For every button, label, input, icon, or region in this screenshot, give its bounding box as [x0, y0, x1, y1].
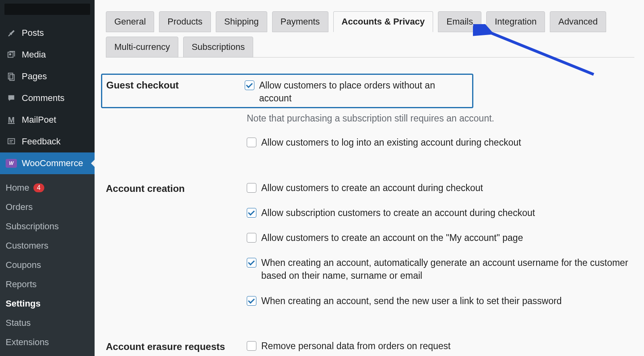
submenu-item-coupons[interactable]: Coupons	[0, 255, 95, 275]
svg-point-1	[9, 54, 11, 55]
sidebar-item-comments[interactable]: Comments	[0, 87, 95, 109]
submenu-item-status[interactable]: Status	[0, 313, 95, 333]
submenu-item-home[interactable]: Home 4	[0, 178, 95, 198]
sidebar-item-label: WooCommerce	[22, 158, 83, 169]
checkbox-label: When creating an account, send the new u…	[261, 294, 562, 307]
submenu-label: Status	[6, 318, 31, 328]
svg-rect-4	[8, 139, 15, 144]
sidebar-item-label: Posts	[22, 28, 44, 38]
sidebar-item-woocommerce[interactable]: W WooCommerce	[0, 152, 95, 174]
checkbox-create-account-checkout[interactable]	[247, 183, 256, 193]
submenu-item-extensions[interactable]: Extensions	[0, 333, 95, 352]
submenu-label: Customers	[6, 241, 48, 251]
guest-checkout-highlight: Guest checkout Allow customers to place …	[101, 74, 473, 108]
submenu-label: Subscriptions	[6, 221, 59, 232]
guest-checkout-note: Note that purchasing a subscription stil…	[247, 113, 634, 124]
checkbox-label: Allow customers to create an account on …	[261, 231, 523, 244]
checkbox-label: When creating an account, automatically …	[261, 256, 634, 282]
submenu-item-settings[interactable]: Settings	[0, 294, 95, 313]
submenu-item-subscriptions[interactable]: Subscriptions	[0, 217, 95, 236]
submenu-label: Reports	[6, 279, 37, 290]
checkbox-label: Allow customers to log into an existing …	[261, 136, 521, 149]
tab-payments[interactable]: Payments	[272, 11, 328, 32]
sidebar-item-label: Media	[22, 49, 46, 60]
tab-integration[interactable]: Integration	[486, 11, 545, 32]
mailpoet-icon: M	[6, 114, 17, 126]
checkbox-label: Allow customers to create an account dur…	[261, 181, 483, 194]
sidebar-menu: Posts Media Pages Comments M MailPoet Fe…	[0, 15, 95, 356]
tab-advanced[interactable]: Advanced	[550, 11, 606, 32]
sidebar-item-feedback[interactable]: Feedback	[0, 131, 95, 152]
submenu-label: Home	[6, 183, 29, 193]
sidebar-item-mailpoet[interactable]: M MailPoet	[0, 109, 95, 131]
checkbox-send-password-link[interactable]	[247, 296, 256, 306]
tab-label: Products	[167, 16, 202, 27]
checkbox-guest-place-orders[interactable]	[245, 80, 254, 90]
tab-multi-currency[interactable]: Multi-currency	[106, 37, 178, 58]
tab-label: Payments	[281, 16, 320, 27]
tab-accounts-privacy[interactable]: Accounts & Privacy	[333, 11, 433, 32]
pages-icon	[6, 71, 17, 82]
sidebar-item-label: MailPoet	[22, 115, 56, 125]
section-title-guest-checkout: Guest checkout	[106, 79, 245, 91]
svg-rect-2	[8, 73, 13, 79]
sidebar-item-pages[interactable]: Pages	[0, 66, 95, 87]
site-name-block	[4, 4, 90, 15]
tab-label: Advanced	[558, 16, 598, 27]
woocommerce-submenu: Home 4 Orders Subscriptions Customers Co…	[0, 174, 95, 356]
tab-emails[interactable]: Emails	[438, 11, 481, 32]
tab-shipping[interactable]: Shipping	[216, 11, 267, 32]
main-content: General Products Shipping Payments Accou…	[95, 0, 644, 356]
media-icon	[6, 49, 17, 60]
tab-products[interactable]: Products	[159, 11, 211, 32]
submenu-item-reports[interactable]: Reports	[0, 275, 95, 294]
submenu-item-orders[interactable]: Orders	[0, 198, 95, 217]
checkbox-create-account-myaccount[interactable]	[247, 233, 256, 243]
sidebar-item-label: Comments	[22, 93, 64, 103]
tab-label: Subscriptions	[192, 42, 245, 52]
checkbox-label: Remove personal data from orders on requ…	[261, 340, 450, 352]
submenu-label: Extensions	[6, 337, 49, 348]
tab-label: Shipping	[224, 16, 259, 27]
tab-label: General	[114, 16, 146, 27]
sidebar-item-media[interactable]: Media	[0, 44, 95, 66]
checkbox-generate-username[interactable]	[247, 258, 256, 268]
tab-label: Accounts & Privacy	[342, 16, 425, 27]
submenu-item-customers[interactable]: Customers	[0, 236, 95, 255]
section-title-erasure: Account erasure requests	[106, 340, 247, 352]
checkbox-sub-create-account-checkout[interactable]	[247, 208, 256, 218]
submenu-label: Coupons	[6, 260, 41, 270]
submenu-label: Settings	[6, 298, 41, 309]
checkbox-label: Allow subscription customers to create a…	[261, 206, 535, 219]
checkbox-label: Allow customers to place orders without …	[259, 79, 467, 105]
tab-general[interactable]: General	[106, 11, 154, 32]
pin-icon	[6, 27, 17, 39]
sidebar-item-label: Pages	[22, 71, 47, 82]
sidebar-item-posts[interactable]: Posts	[0, 22, 95, 44]
comment-icon	[6, 93, 17, 104]
submenu-label: Orders	[6, 202, 33, 212]
checkbox-login-during-checkout[interactable]	[247, 138, 256, 147]
tab-label: Integration	[495, 16, 537, 27]
settings-tabs: General Products Shipping Payments Accou…	[106, 0, 634, 58]
feedback-icon	[6, 136, 17, 147]
tab-label: Emails	[446, 16, 473, 27]
submenu-badge: 4	[33, 183, 44, 192]
tab-subscriptions[interactable]: Subscriptions	[183, 37, 253, 58]
checkbox-remove-personal-data[interactable]	[247, 341, 256, 351]
section-title-account-creation: Account creation	[106, 181, 247, 194]
tab-label: Multi-currency	[114, 42, 170, 52]
sidebar-item-label: Feedback	[22, 136, 61, 147]
svg-rect-3	[10, 74, 14, 80]
admin-sidebar: Posts Media Pages Comments M MailPoet Fe…	[0, 0, 95, 356]
woo-icon: W	[6, 158, 17, 169]
